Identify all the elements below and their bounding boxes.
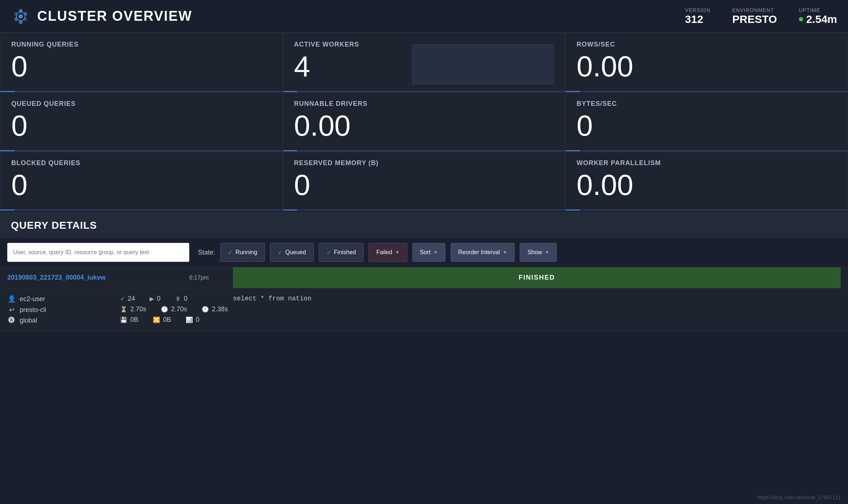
metric-label: ROWS/SEC bbox=[576, 41, 837, 48]
output-size: 🔀 0B bbox=[153, 316, 171, 324]
query-meta-col-1: 👤 ec2-user ↩ presto-cli 🅐 global bbox=[7, 295, 116, 324]
svg-point-3 bbox=[24, 17, 27, 21]
failed-filter-button[interactable]: Failed ▼ bbox=[369, 243, 407, 262]
metric-label: RUNNABLE DRIVERS bbox=[294, 100, 554, 108]
splits-blocked: ⏸ 0 bbox=[175, 295, 187, 303]
metric-progress-bar bbox=[0, 150, 282, 151]
uptime-indicator bbox=[799, 17, 803, 21]
metrics-grid: RUNNING QUERIES0ACTIVE WORKERS4ROWS/SEC0… bbox=[0, 33, 848, 211]
peak-mem: 📊 0 bbox=[186, 316, 199, 324]
version-value: 312 bbox=[685, 13, 703, 25]
metric-progress-bar bbox=[283, 150, 565, 151]
version-label: VERSION bbox=[685, 7, 710, 13]
page-title: CLUSTER OVERVIEW bbox=[37, 8, 192, 24]
state-label: State: bbox=[198, 249, 215, 256]
metric-value: 0 bbox=[576, 111, 837, 140]
uptime-label: UPTIME bbox=[799, 7, 820, 13]
metric-value: 0 bbox=[294, 171, 554, 200]
metric-card-reserved-memory: RESERVED MEMORY (B)0 bbox=[283, 152, 566, 211]
finished-filter-label: Finished bbox=[334, 249, 356, 256]
reorder-interval-button[interactable]: Reorder Interval ▼ bbox=[451, 243, 515, 262]
svg-point-5 bbox=[14, 17, 18, 21]
queries-list: 20190803_221723_00004_iukvw6:17pmFINISHE… bbox=[0, 267, 848, 331]
query-user: 👤 ec2-user bbox=[7, 295, 116, 303]
query-text-col: select * from nation bbox=[233, 295, 841, 324]
metric-value: 0.00 bbox=[294, 111, 554, 140]
elapsed-time: ⌛ 2.70s bbox=[120, 305, 146, 313]
watermark: https://blog.csdn.net/sinat_17697111 bbox=[757, 495, 841, 500]
query-time-row: ⌛ 2.70s 🕐 2.70s 🕐 2.38s bbox=[120, 305, 229, 313]
svg-point-4 bbox=[19, 20, 23, 24]
queued-filter-label: Queued bbox=[285, 249, 306, 256]
metric-card-running-queries: RUNNING QUERIES0 bbox=[0, 33, 283, 92]
running-filter-label: Running bbox=[235, 249, 257, 256]
show-label: Show bbox=[527, 249, 542, 256]
query-status-badge: FINISHED bbox=[233, 267, 841, 288]
query-io-row: 💾 0B 🔀 0B 📊 0 bbox=[120, 316, 229, 324]
chevron-down-icon: ▼ bbox=[503, 250, 507, 255]
metric-card-blocked-queries: BLOCKED QUERIES0 bbox=[0, 152, 283, 211]
svg-point-7 bbox=[19, 14, 23, 19]
finished-filter-button[interactable]: ✓ Finished bbox=[319, 243, 364, 262]
metric-progress-bar bbox=[566, 150, 848, 151]
metric-label: RESERVED MEMORY (B) bbox=[294, 159, 554, 167]
check-icon: ✓ bbox=[278, 249, 282, 256]
environment-label: ENVIRONMENT bbox=[732, 7, 774, 13]
version-meta: VERSION 312 bbox=[685, 7, 710, 25]
metric-label: BYTES/SEC bbox=[576, 100, 837, 108]
metric-card-worker-parallelism: WORKER PARALLELISM0.00 bbox=[565, 152, 848, 211]
metric-value: 0.00 bbox=[576, 52, 837, 81]
metric-label: WORKER PARALLELISM bbox=[576, 159, 837, 167]
presto-logo-icon bbox=[11, 7, 31, 26]
metric-value: 0 bbox=[11, 52, 272, 81]
query-details-section: QUERY DETAILS State: ✓ Running ✓ Queued … bbox=[0, 212, 848, 331]
metric-progress-bar bbox=[0, 91, 282, 92]
metric-progress-bar bbox=[283, 209, 565, 211]
metric-progress-bar bbox=[283, 91, 565, 92]
chevron-down-icon: ▼ bbox=[395, 250, 400, 255]
queued-filter-button[interactable]: ✓ Queued bbox=[270, 243, 314, 262]
metric-label: BLOCKED QUERIES bbox=[11, 159, 272, 167]
uptime-meta: UPTIME 2.54m bbox=[799, 7, 837, 25]
check-icon: ✓ bbox=[326, 249, 331, 256]
query-meta-col-2: ✓ 24 ▶ 0 ⏸ 0 ⌛ 2.70s 🕐 2.70s 🕐 bbox=[120, 295, 229, 324]
search-input[interactable] bbox=[7, 243, 189, 262]
metric-progress-bar bbox=[0, 209, 282, 211]
environment-meta: ENVIRONMENT PRESTO bbox=[732, 7, 777, 25]
query-id[interactable]: 20190803_221723_00004_iukvw bbox=[7, 274, 189, 281]
metric-card-queued-queries: QUEUED QUERIES0 bbox=[0, 92, 283, 152]
sort-button[interactable]: Sort ▼ bbox=[412, 243, 445, 262]
splits-running: ▶ 0 bbox=[150, 295, 161, 303]
uptime-value: 2.54m bbox=[799, 13, 837, 25]
metric-card-active-workers: ACTIVE WORKERS4 bbox=[283, 33, 566, 92]
metric-card-bytes-sec: BYTES/SEC0 bbox=[565, 92, 848, 152]
query-row[interactable]: 20190803_221723_00004_iukvw6:17pmFINISHE… bbox=[0, 267, 848, 331]
svg-point-2 bbox=[24, 12, 27, 16]
query-details-header: QUERY DETAILS bbox=[0, 212, 848, 238]
svg-point-1 bbox=[19, 9, 23, 13]
failed-filter-label: Failed bbox=[376, 249, 392, 256]
header-meta: VERSION 312 ENVIRONMENT PRESTO UPTIME 2.… bbox=[685, 7, 837, 25]
group-icon: 🅐 bbox=[7, 317, 16, 324]
logo-area: CLUSTER OVERVIEW bbox=[11, 7, 685, 26]
filter-bar: State: ✓ Running ✓ Queued ✓ Finished Fai… bbox=[0, 238, 848, 267]
source-icon: ↩ bbox=[7, 306, 16, 314]
metric-value: 0 bbox=[11, 111, 272, 140]
query-source: ↩ presto-cli bbox=[7, 306, 116, 314]
workers-chart bbox=[412, 44, 554, 84]
metric-progress-bar bbox=[566, 209, 848, 211]
query-group: 🅐 global bbox=[7, 317, 116, 324]
cpu-time: 🕐 2.70s bbox=[161, 305, 187, 313]
show-button[interactable]: Show ▼ bbox=[520, 243, 557, 262]
metric-value: 0.00 bbox=[576, 171, 837, 200]
query-row-header: 20190803_221723_00004_iukvw6:17pmFINISHE… bbox=[0, 267, 848, 288]
metric-label: QUEUED QUERIES bbox=[11, 100, 272, 108]
metric-progress-bar bbox=[566, 91, 848, 92]
environment-value: PRESTO bbox=[732, 13, 777, 25]
input-size: 💾 0B bbox=[120, 316, 138, 324]
running-filter-button[interactable]: ✓ Running bbox=[220, 243, 265, 262]
query-time: 6:17pm bbox=[189, 275, 233, 281]
metric-card-rows-sec: ROWS/SEC0.00 bbox=[565, 33, 848, 92]
chevron-down-icon: ▼ bbox=[545, 250, 549, 255]
splits-completed: ✓ 24 bbox=[120, 295, 135, 303]
